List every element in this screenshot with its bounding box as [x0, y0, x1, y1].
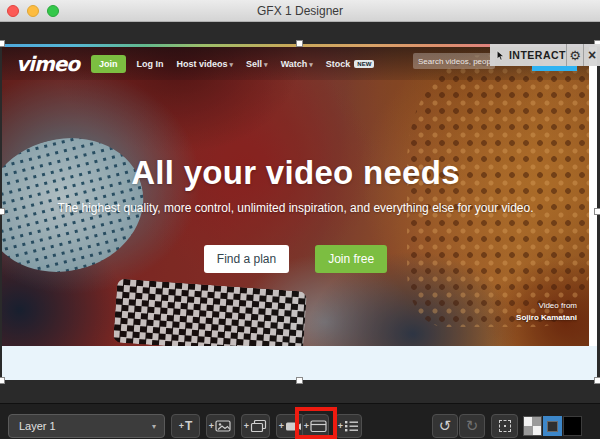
slideshow-icon — [250, 419, 267, 433]
nav-login-link[interactable]: Log In — [137, 59, 164, 69]
hero-title: All your video needs — [2, 154, 589, 192]
selection-handle-bottom-right[interactable] — [594, 377, 600, 384]
selection-handle-bottom-center[interactable] — [296, 377, 303, 384]
selection-handle-top-left[interactable] — [0, 40, 5, 47]
redo-button[interactable]: ↻ — [459, 414, 485, 438]
find-a-plan-button[interactable]: Find a plan — [204, 245, 289, 273]
video-credit: Video from Sojiro Kamatani — [516, 300, 577, 324]
interact-label: INTERACT — [509, 49, 566, 61]
add-image-button[interactable]: + — [206, 414, 235, 438]
photo-tint-overlay — [2, 47, 589, 346]
selection-handle-top-center[interactable] — [296, 40, 303, 47]
chevron-down-icon: ▾ — [152, 422, 156, 431]
nav-join-button[interactable]: Join — [91, 55, 126, 73]
browser-frame-icon — [310, 419, 327, 433]
list-icon — [344, 419, 359, 433]
workspace: vimeo Join Log In Host videos▾ Sell▾ Wat… — [0, 22, 600, 403]
interact-mode-button[interactable]: INTERACT — [490, 44, 566, 66]
background-black-button[interactable] — [563, 416, 582, 436]
page-content: vimeo Join Log In Host videos▾ Sell▾ Wat… — [2, 44, 597, 380]
vimeo-logo[interactable]: vimeo — [16, 52, 79, 76]
credit-prefix: Video from — [516, 300, 577, 312]
plus-icon: + — [179, 421, 184, 431]
window-title: GFX 1 Designer — [0, 0, 600, 22]
interact-panel: INTERACT ⚙ × — [490, 44, 600, 66]
add-slideshow-button[interactable]: + — [241, 414, 270, 438]
dashed-frame-icon — [499, 420, 511, 432]
add-text-button[interactable]: + T — [171, 414, 200, 438]
undo-icon: ↺ — [439, 417, 452, 434]
center-dot — [504, 425, 506, 427]
close-overlay-button[interactable]: × — [583, 44, 600, 66]
new-badge: NEW — [354, 60, 374, 68]
nav-host-videos-label: Host videos — [177, 59, 228, 69]
hero-buttons: Find a plan Join free — [2, 245, 589, 273]
text-icon: T — [185, 419, 192, 433]
hero-subtitle: The highest quality, more control, unlim… — [2, 201, 589, 215]
chevron-down-icon: ▾ — [264, 61, 268, 68]
plus-icon: + — [209, 421, 214, 431]
plus-icon: + — [304, 421, 309, 431]
fit-canvas-button[interactable] — [491, 414, 518, 438]
layer-selector-dropdown[interactable]: Layer 1 ▾ — [8, 414, 165, 438]
nav-stock-label: Stock — [326, 59, 351, 69]
join-free-button[interactable]: Join free — [315, 245, 387, 273]
cursor-icon — [496, 49, 505, 62]
background-transparent-button[interactable] — [523, 416, 542, 436]
titlebar: GFX 1 Designer — [0, 0, 600, 22]
undo-button[interactable]: ↺ — [432, 414, 458, 438]
page-footer-strip — [2, 346, 597, 380]
interact-active-indicator — [532, 66, 577, 71]
add-frame-button[interactable]: + — [302, 414, 329, 438]
hero-photo-collage — [2, 47, 589, 346]
chevron-down-icon: ▾ — [230, 61, 234, 68]
nav-host-videos-link[interactable]: Host videos▾ — [177, 59, 234, 69]
close-icon: × — [588, 48, 596, 62]
redo-icon: ↻ — [466, 417, 479, 434]
bottom-toolbar: Layer 1 ▾ + T + + + — [0, 403, 600, 439]
design-canvas[interactable]: vimeo Join Log In Host videos▾ Sell▾ Wat… — [2, 44, 597, 380]
selection-handle-mid-right[interactable] — [594, 208, 600, 215]
plus-icon: + — [244, 421, 249, 431]
dark-swatch — [547, 421, 558, 432]
add-video-button[interactable]: + — [276, 414, 305, 438]
image-icon — [215, 419, 232, 433]
chevron-down-icon: ▾ — [309, 61, 313, 68]
selection-handle-bottom-left[interactable] — [0, 377, 5, 384]
nav-stock-link[interactable]: StockNEW — [326, 59, 375, 69]
settings-button[interactable]: ⚙ — [566, 44, 583, 66]
nav-sell-link[interactable]: Sell▾ — [246, 59, 268, 69]
nav-watch-link[interactable]: Watch▾ — [281, 59, 313, 69]
plus-icon: + — [279, 421, 284, 431]
plus-icon: + — [338, 421, 343, 431]
nav-watch-label: Watch — [281, 59, 308, 69]
credit-name: Sojiro Kamatani — [516, 312, 577, 324]
add-list-button[interactable]: + — [335, 414, 362, 438]
video-camera-icon — [285, 419, 302, 433]
background-dark-button-selected[interactable] — [543, 416, 562, 436]
search-input[interactable] — [413, 53, 495, 69]
selection-handle-mid-left[interactable] — [0, 208, 5, 215]
gear-icon: ⚙ — [569, 49, 581, 62]
layer-selector-value: Layer 1 — [19, 420, 56, 432]
nav-sell-label: Sell — [246, 59, 262, 69]
app-window: GFX 1 Designer vimeo Join Log In Host vi… — [0, 0, 600, 439]
